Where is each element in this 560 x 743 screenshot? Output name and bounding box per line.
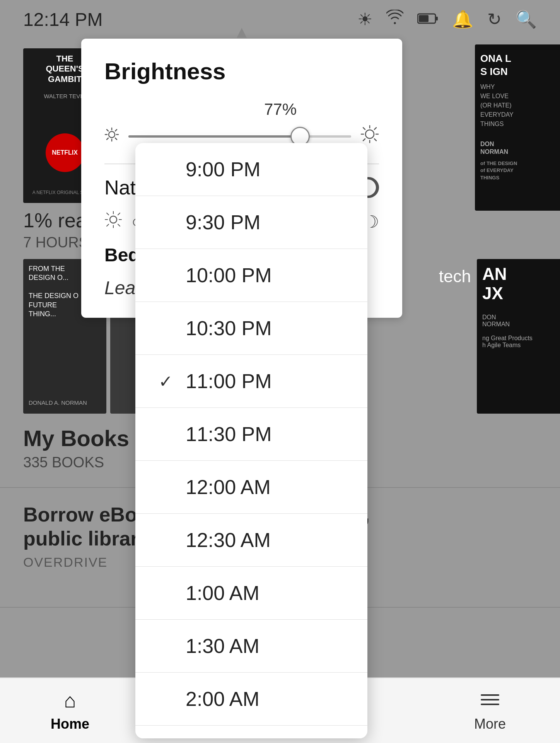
svg-line-24 [363, 128, 365, 130]
time-option-label-2: 10:00 PM [186, 264, 272, 287]
brightness-track[interactable] [128, 135, 351, 138]
home-label: Home [51, 716, 89, 732]
time-option-3[interactable]: 10:30 PM [135, 302, 367, 355]
right-book-cover[interactable]: ONA L S IGN WHYWE LOVE(OR HATE)EVERYDAYT… [475, 44, 560, 211]
home-icon: ⌂ [64, 689, 76, 712]
sun-detail-icon [104, 211, 122, 233]
time-option-label-1: 9:30 PM [186, 211, 261, 234]
brightness-value: 77% [104, 100, 379, 119]
time-option-0[interactable]: 9:00 PM [135, 143, 367, 196]
sync-icon: ↻ [487, 9, 502, 29]
tech-label: tech [439, 267, 471, 286]
panel-handle-icon: ▲ [233, 22, 250, 42]
nav-more[interactable]: More [420, 689, 560, 732]
brightness-title: Brightness [104, 58, 379, 85]
time-option-label-7: 12:30 AM [186, 528, 271, 552]
time-option-label-5: 11:30 PM [186, 423, 272, 446]
my-books-title: My Books [23, 425, 129, 451]
time-option-label-10: 2:00 AM [186, 687, 260, 711]
my-books-section: My Books 335 BOOKS [23, 425, 129, 471]
time-option-9[interactable]: 1:30 AM [135, 620, 367, 673]
svg-line-27 [363, 139, 365, 141]
svg-line-16 [115, 138, 117, 140]
time-option-label-9: 1:30 AM [186, 634, 260, 658]
time-option-label-3: 10:30 PM [186, 317, 272, 340]
time-option-label-6: 12:00 AM [186, 475, 271, 499]
time-option-label-0: 9:00 PM [186, 158, 261, 181]
svg-line-18 [107, 138, 108, 140]
svg-point-28 [110, 216, 117, 223]
time-display: 12:14 PM [23, 9, 102, 30]
nav-home[interactable]: ⌂ Home [0, 689, 140, 732]
my-books-count: 335 BOOKS [23, 454, 129, 471]
search-icon: 🔍 [516, 9, 537, 29]
time-option-11[interactable]: 2:30 AM [135, 726, 367, 738]
status-icons: ☀ 🔔 ↻ 🔍 [357, 9, 537, 29]
svg-line-15 [107, 130, 108, 131]
time-option-2[interactable]: 10:00 PM [135, 249, 367, 302]
svg-line-36 [107, 224, 109, 226]
wifi-icon [386, 10, 403, 29]
svg-line-35 [118, 213, 120, 215]
time-option-6[interactable]: 12:00 AM [135, 461, 367, 514]
time-option-label-4: 11:00 PM [186, 370, 272, 393]
svg-line-34 [118, 224, 120, 226]
time-option-10[interactable]: 2:00 AM [135, 673, 367, 726]
more-label: More [474, 716, 506, 732]
time-option-1[interactable]: 9:30 PM [135, 196, 367, 249]
brightness-icon: ☀ [357, 9, 372, 29]
battery-icon [417, 10, 438, 29]
brightness-fill [128, 135, 300, 138]
svg-point-10 [109, 131, 115, 138]
svg-line-25 [374, 139, 376, 141]
checkmark-4: ✓ [159, 372, 178, 391]
sun-small-icon [104, 127, 119, 146]
svg-rect-2 [436, 17, 438, 20]
svg-line-33 [107, 213, 109, 215]
more-icon [480, 689, 500, 712]
svg-rect-1 [419, 15, 429, 22]
brightness-slider-container: 77% [104, 100, 379, 148]
time-option-label-8: 1:00 AM [186, 581, 260, 605]
time-option-5[interactable]: 11:30 PM [135, 408, 367, 461]
svg-point-19 [365, 130, 374, 138]
ux-cover[interactable]: ANJX DONNORMANng Great Productsh Agile T… [477, 259, 560, 414]
svg-line-26 [374, 128, 376, 130]
time-picker: 9:00 PM 9:30 PM 10:00 PM 10:30 PM ✓ 11:0… [135, 143, 367, 738]
bell-icon: 🔔 [452, 9, 473, 29]
status-bar: 12:14 PM ☀ 🔔 ↻ 🔍 [0, 0, 560, 39]
time-option-4[interactable]: ✓ 11:00 PM [135, 355, 367, 408]
svg-line-17 [115, 130, 117, 131]
time-option-7[interactable]: 12:30 AM [135, 514, 367, 567]
time-option-8[interactable]: 1:00 AM [135, 567, 367, 620]
